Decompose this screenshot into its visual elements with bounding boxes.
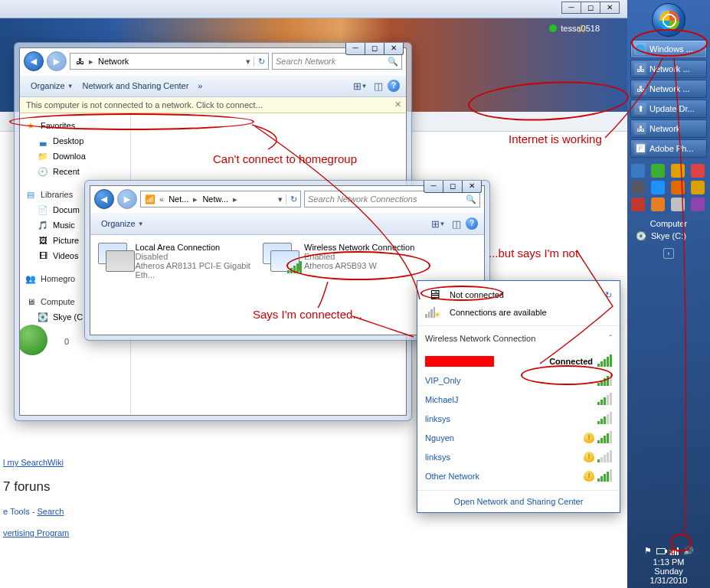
- task-button[interactable]: 🖧Network: [630, 119, 707, 138]
- network-row[interactable]: Connected: [425, 351, 612, 371]
- open-nsc-link[interactable]: Open Network and Sharing Center: [417, 490, 620, 512]
- tray-icon[interactable]: [651, 181, 665, 194]
- maximize-button[interactable]: ◻: [443, 181, 463, 193]
- collapse-icon[interactable]: ˆ: [609, 334, 612, 343]
- breadcrumb-net[interactable]: Net...: [167, 194, 190, 204]
- link-advertising[interactable]: vertising Program: [3, 528, 69, 537]
- organize-button[interactable]: Organize ▼: [26, 79, 78, 93]
- show-hidden-icons[interactable]: ‹: [663, 248, 674, 259]
- tray-icon[interactable]: [671, 198, 685, 211]
- link-search[interactable]: Search: [37, 507, 64, 516]
- tray-icon[interactable]: [631, 198, 645, 211]
- network-row[interactable]: Nguyen!: [425, 428, 612, 447]
- network-tray-icon[interactable]: ✕: [670, 547, 679, 555]
- refresh-icon[interactable]: ↻: [605, 290, 612, 300]
- view-button[interactable]: ⊞ ▼: [430, 216, 446, 231]
- network-row[interactable]: VIP_Only: [425, 371, 612, 390]
- tray-icon[interactable]: [631, 164, 645, 178]
- search-box[interactable]: Search Network Connections 🔍: [304, 191, 480, 207]
- network-row[interactable]: Other Network!: [425, 466, 612, 485]
- forward-button[interactable]: ►: [117, 189, 137, 209]
- clock-time[interactable]: 1:13 PM: [627, 557, 710, 567]
- tray-icon[interactable]: [631, 181, 645, 194]
- tray-icon[interactable]: [691, 198, 705, 211]
- address-bar[interactable]: 📶 « Net... ▸ Netw... ▸ ▾ ↻: [140, 191, 301, 207]
- tray-overflow: [627, 159, 710, 216]
- dropdown-icon[interactable]: ▾: [246, 57, 250, 67]
- bg-window-controls: ─ ◻ ✕: [562, 2, 620, 14]
- not-connected-label: Not connected: [450, 290, 599, 299]
- flag-icon[interactable]: ⚑: [644, 546, 652, 556]
- tray-icon[interactable]: [651, 164, 665, 178]
- help-icon[interactable]: ?: [466, 217, 478, 230]
- nav-recent[interactable]: 🕘Recent: [20, 164, 130, 179]
- recent-icon: 🕘: [37, 165, 49, 178]
- task-icon: 🖧: [634, 83, 646, 95]
- videos-icon: 🎞: [37, 250, 49, 262]
- nav-favorites[interactable]: ★Favorites: [20, 118, 130, 133]
- preview-pane-button[interactable]: ◫: [371, 78, 386, 93]
- adapter-device: Atheros AR5B93 W: [304, 261, 414, 270]
- start-button[interactable]: [652, 3, 685, 37]
- tray-icon[interactable]: [671, 181, 685, 194]
- breadcrumb-netw[interactable]: Netw...: [201, 194, 230, 204]
- task-button[interactable]: ⬆Update Dr...: [630, 100, 707, 118]
- shield-icon: !: [584, 452, 594, 462]
- forward-button[interactable]: ►: [47, 51, 67, 71]
- help-icon[interactable]: ?: [388, 80, 400, 92]
- toolbar-chevron[interactable]: »: [193, 79, 207, 93]
- task-button[interactable]: 🅿Adobe Ph...: [630, 139, 707, 158]
- nav-downloads[interactable]: 📁Downloa: [20, 149, 130, 164]
- adapter-lan[interactable]: Local Area Connection Disabled Atheros A…: [95, 240, 260, 283]
- favorite-star-icon[interactable]: ☆: [576, 21, 587, 36]
- address-bar[interactable]: 🖧 ▸ Network ▾ ↻: [70, 53, 269, 70]
- refresh-icon[interactable]: ↻: [286, 194, 297, 204]
- tray-icon[interactable]: [671, 164, 685, 178]
- view-button[interactable]: ⊞ ▼: [352, 78, 368, 93]
- minimize-button[interactable]: ─: [345, 43, 365, 55]
- search-box[interactable]: Search Network 🔍: [272, 53, 402, 70]
- task-button[interactable]: 🌐Windows ...: [630, 40, 707, 58]
- volume-icon[interactable]: 🔊: [683, 546, 694, 556]
- organize-button[interactable]: Organize ▼: [97, 217, 149, 230]
- tray-icon[interactable]: [691, 181, 705, 194]
- nav-desktop[interactable]: ▃Desktop: [20, 133, 130, 149]
- task-button[interactable]: 🖧Network ...: [630, 80, 707, 98]
- tray-icon[interactable]: [651, 198, 665, 211]
- tray-icon[interactable]: [691, 164, 705, 178]
- refresh-icon[interactable]: ↻: [254, 57, 265, 67]
- page-user[interactable]: tessa0518: [549, 24, 600, 33]
- back-button[interactable]: ◄: [94, 189, 114, 209]
- drive-icon: 💽: [635, 230, 647, 242]
- info-bar-close[interactable]: ✕: [394, 100, 401, 109]
- maximize-icon[interactable]: ◻: [581, 2, 600, 14]
- network-row[interactable]: linksys: [425, 409, 612, 428]
- nsc-button[interactable]: Network and Sharing Center: [78, 79, 194, 93]
- close-button[interactable]: ✕: [462, 181, 482, 193]
- network-row[interactable]: MichaelJ: [425, 390, 612, 409]
- control-panel-icon: 📶: [144, 193, 156, 205]
- adapter-device: Atheros AR8131 PCI-E Gigabit Eth...: [135, 261, 257, 279]
- search-icon: 🔍: [388, 57, 398, 67]
- adapter-wifi[interactable]: Wireless Network Connection Enabled Athe…: [260, 240, 424, 276]
- section-header[interactable]: Wireless Network Connection ˆ: [425, 332, 612, 345]
- preview-pane-button[interactable]: ◫: [449, 216, 464, 231]
- link-searchwiki[interactable]: l my SearchWiki: [3, 458, 64, 467]
- dropdown-icon[interactable]: ▾: [278, 194, 283, 204]
- info-bar[interactable]: This computer is not connected to a netw…: [20, 97, 406, 113]
- close-icon[interactable]: ✕: [600, 2, 620, 14]
- close-button[interactable]: ✕: [384, 43, 404, 55]
- maximize-button[interactable]: ◻: [365, 43, 384, 55]
- desktop-drive[interactable]: 💽Skye (C:): [627, 228, 710, 243]
- search-placeholder: Search Network Connections: [308, 194, 417, 204]
- back-button[interactable]: ◄: [24, 51, 44, 71]
- libraries-icon: ▤: [25, 188, 37, 201]
- network-row[interactable]: linksys!: [425, 447, 612, 466]
- breadcrumb-network[interactable]: Network: [97, 56, 130, 67]
- minimize-button[interactable]: ─: [424, 181, 443, 193]
- battery-icon[interactable]: [656, 548, 666, 554]
- redacted-ssid: [425, 356, 494, 367]
- search-icon: 🔍: [466, 194, 476, 204]
- task-button[interactable]: 🖧Network ...: [630, 60, 707, 78]
- minimize-icon[interactable]: ─: [561, 2, 581, 14]
